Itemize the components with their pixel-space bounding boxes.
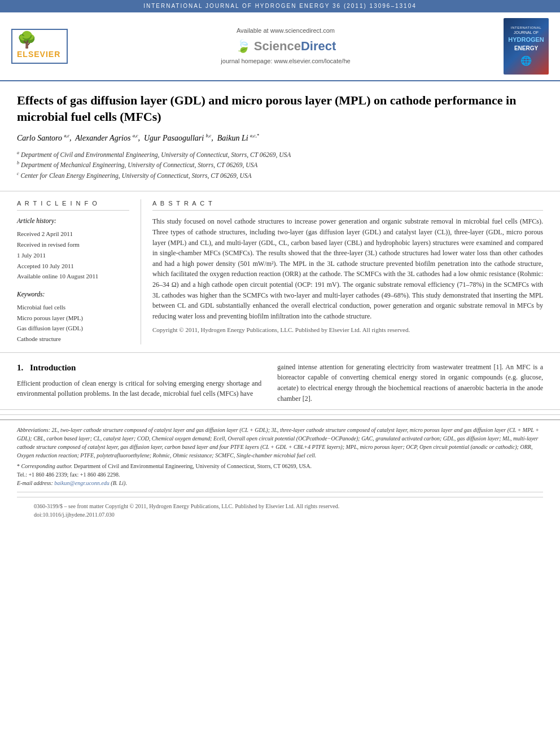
journal-cover-journal-of: Journal of xyxy=(514,30,539,36)
author-3: Ugur Pasaogullari b,c xyxy=(144,134,211,142)
author-4-sup: a,c,* xyxy=(250,134,259,139)
sd-science: Science xyxy=(254,39,301,53)
corresponding-label: * Corresponding author. xyxy=(17,463,72,469)
elsevier-logo: 🌳 ELSEVIER xyxy=(11,29,79,64)
author-3-sup: b,c xyxy=(206,134,212,139)
footnotes-section: Abbreviations: 2L, two-layer cathode str… xyxy=(0,420,560,529)
keyword-4: Cathode structure xyxy=(17,334,129,344)
tel-text: Tel.: +1 860 486 2339; fax: +1 860 486 2… xyxy=(17,471,120,478)
affiliation-a: a Department of Civil and Environmental … xyxy=(17,150,543,160)
email-label: E-mail address: xyxy=(17,480,53,486)
affiliation-b: b Department of Mechanical Engineering, … xyxy=(17,160,543,170)
journal-cover-energy: ENERGY xyxy=(514,45,538,53)
journal-cover-globe-icon: 🌐 xyxy=(520,55,532,67)
journal-cover-image: International Journal of HYDROGEN ENERGY… xyxy=(504,18,549,75)
elsevier-label: ELSEVIER xyxy=(17,49,62,60)
accepted-date: Accepted 10 July 2011 xyxy=(17,261,129,272)
email-block: E-mail address: baikun@engr.uconn.edu (B… xyxy=(17,479,543,487)
abbrev-text: 2L, two-layer cathode structure composed… xyxy=(17,427,539,458)
bottom-divider xyxy=(17,492,543,492)
revised-label: Received in revised form xyxy=(17,239,129,250)
revised-date: 1 July 2011 xyxy=(17,250,129,261)
elsevier-tree-icon: 🌳 xyxy=(17,32,62,48)
footnotes-divider xyxy=(0,414,560,415)
abbrev-label: Abbreviations: xyxy=(17,427,50,433)
email-link[interactable]: baikun@engr.uconn.edu xyxy=(54,480,110,486)
author-1: Carlo Santoro a,c xyxy=(17,134,69,142)
intro-heading: 1. Introduction xyxy=(17,362,261,374)
article-info: A R T I C L E I N F O Article history: R… xyxy=(17,199,141,344)
sd-text: ScienceDirect xyxy=(254,38,336,55)
corresponding-author-block: * Corresponding author. Department of Ci… xyxy=(17,462,543,470)
corresponding-text: Department of Civil and Environmental En… xyxy=(74,463,312,469)
abstract-copyright: Copyright © 2011, Hydrogen Energy Public… xyxy=(152,326,543,334)
sd-logo: 🍃 ScienceDirect xyxy=(79,38,492,55)
available-date: Available online 10 August 2011 xyxy=(17,271,129,282)
intro-number: 1. xyxy=(17,363,23,372)
sd-url: Available at www.sciencedirect.com xyxy=(79,27,492,35)
article-history-label: Article history: xyxy=(17,216,129,225)
journal-cover-hydrogen: HYDROGEN xyxy=(508,36,544,44)
info-abstract-section: A R T I C L E I N F O Article history: R… xyxy=(0,191,560,353)
author-2-sup: a,c xyxy=(133,134,138,139)
intro-right-text: gained intense attention for generating … xyxy=(277,362,543,404)
keyword-3: Gas diffusion layer (GDL) xyxy=(17,323,129,334)
intro-title: Introduction xyxy=(30,363,76,372)
affiliation-c: c Center for Clean Energy Engineering, U… xyxy=(17,171,543,181)
author-2: Alexander Agrios a,c xyxy=(75,134,138,142)
issn-text: 0360-3199/$ – see front matter Copyright… xyxy=(34,502,526,510)
intro-left: 1. Introduction Efficient production of … xyxy=(17,362,269,404)
journal-cover: International Journal of HYDROGEN ENERGY… xyxy=(492,18,549,75)
received-date: Received 2 April 2011 xyxy=(17,229,129,239)
title-section: Effects of gas diffusion layer (GDL) and… xyxy=(0,81,560,191)
journal-header-bar: International Journal of Hydrogen Energy… xyxy=(0,0,560,12)
issn-doi-block: 0360-3199/$ – see front matter Copyright… xyxy=(17,497,543,523)
email-person: (B. Li). xyxy=(111,480,127,486)
abstract-heading: A B S T R A C T xyxy=(152,199,543,211)
author-1-sup: a,c xyxy=(64,134,70,139)
intro-right: gained intense attention for generating … xyxy=(269,362,543,404)
keywords-section: Keywords: Microbial fuel cells Micro por… xyxy=(17,290,129,344)
journal-cover-intl: International xyxy=(511,25,541,30)
article-info-heading: A R T I C L E I N F O xyxy=(17,199,129,211)
page-header: 🌳 ELSEVIER Available at www.sciencedirec… xyxy=(0,12,560,81)
paper-title: Effects of gas diffusion layer (GDL) and… xyxy=(17,93,543,125)
journal-url: journal homepage: www.elsevier.com/locat… xyxy=(79,57,492,65)
intro-left-text: Efficient production of clean energy is … xyxy=(17,378,261,399)
doi-text: doi:10.1016/j.ijhydene.2011.07.030 xyxy=(34,510,526,519)
abbreviations-block: Abbreviations: 2L, two-layer cathode str… xyxy=(17,426,543,460)
abstract-section: A B S T R A C T This study focused on no… xyxy=(141,199,543,344)
tel-block: Tel.: +1 860 486 2339; fax: +1 860 486 2… xyxy=(17,470,543,479)
affiliations: a Department of Civil and Environmental … xyxy=(17,150,543,181)
keywords-label: Keywords: xyxy=(17,290,129,299)
authors-line: Carlo Santoro a,c, Alexander Agrios a,c,… xyxy=(17,133,543,144)
author-4: Baikun Li a,c,* xyxy=(217,134,259,142)
introduction-section: 1. Introduction Efficient production of … xyxy=(0,353,560,410)
abstract-text: This study focused on novel cathode stru… xyxy=(152,216,543,321)
journal-title: International Journal of Hydrogen Energy… xyxy=(143,3,417,9)
keyword-1: Microbial fuel cells xyxy=(17,302,129,313)
sd-leaf-icon: 🍃 xyxy=(235,38,251,55)
sd-direct: Direct xyxy=(301,39,336,53)
sciencedirect-header: Available at www.sciencedirect.com 🍃 Sci… xyxy=(79,27,492,66)
keyword-2: Micro porous layer (MPL) xyxy=(17,313,129,324)
